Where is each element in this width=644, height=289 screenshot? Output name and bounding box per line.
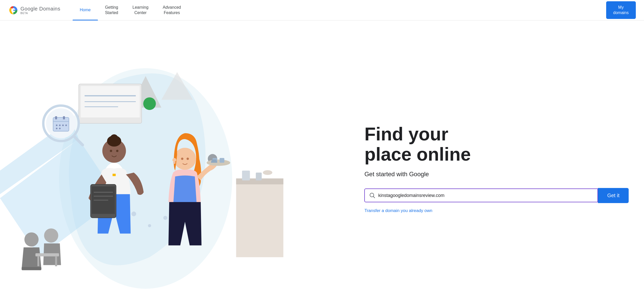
svg-point-34 xyxy=(110,134,118,142)
svg-rect-52 xyxy=(22,267,41,270)
svg-point-46 xyxy=(172,158,176,162)
hero-illustration xyxy=(0,20,354,289)
svg-rect-50 xyxy=(220,158,224,163)
domain-search-input[interactable] xyxy=(378,193,593,198)
logo-text: Google Domains BETA xyxy=(20,6,60,15)
svg-rect-56 xyxy=(55,257,57,266)
transfer-domain-link[interactable]: Transfer a domain you already own xyxy=(364,208,629,213)
google-logo-icon xyxy=(8,5,18,15)
search-box xyxy=(364,188,598,202)
svg-point-36 xyxy=(116,150,118,152)
content-area: Find yourplace online Get started with G… xyxy=(354,20,644,289)
main-nav: Home GettingStarted LearningCenter Advan… xyxy=(73,0,339,20)
search-icon xyxy=(369,193,375,198)
svg-point-44 xyxy=(181,158,183,160)
page-subheadline: Get started with Google xyxy=(364,171,629,178)
svg-rect-60 xyxy=(256,173,262,181)
logo-area[interactable]: Google Domains BETA xyxy=(8,5,60,15)
svg-point-21 xyxy=(62,125,64,126)
svg-point-48 xyxy=(207,160,230,166)
nav-item-advanced-features[interactable]: AdvancedFeatures xyxy=(156,0,188,20)
svg-point-61 xyxy=(263,170,272,175)
svg-point-43 xyxy=(174,148,196,170)
svg-rect-18 xyxy=(63,116,65,119)
svg-point-47 xyxy=(173,162,175,164)
svg-point-53 xyxy=(44,228,58,242)
svg-point-26 xyxy=(143,97,156,110)
svg-point-45 xyxy=(187,158,189,160)
svg-point-20 xyxy=(59,125,61,126)
header: Google Domains BETA Home GettingStarted … xyxy=(0,0,644,20)
page-headline: Find yourplace online xyxy=(364,124,629,164)
svg-line-63 xyxy=(374,197,375,198)
svg-rect-57 xyxy=(236,179,284,257)
svg-point-22 xyxy=(65,125,67,126)
svg-rect-54 xyxy=(36,253,59,256)
svg-rect-15 xyxy=(53,117,69,131)
nav-item-home[interactable]: Home xyxy=(73,0,98,20)
svg-point-23 xyxy=(56,128,58,129)
my-domains-button[interactable]: Mydomains xyxy=(606,1,636,19)
nav-item-learning-center[interactable]: LearningCenter xyxy=(125,0,155,20)
svg-point-24 xyxy=(59,128,61,129)
svg-rect-59 xyxy=(242,171,250,180)
svg-point-29 xyxy=(148,224,151,227)
svg-rect-55 xyxy=(37,257,39,266)
svg-rect-2 xyxy=(13,10,15,11)
search-row: Get it xyxy=(364,188,629,203)
svg-point-30 xyxy=(163,216,167,220)
svg-point-51 xyxy=(24,232,38,247)
svg-rect-37 xyxy=(112,174,116,176)
logo-name: Google Domains xyxy=(20,6,60,12)
svg-rect-17 xyxy=(55,116,57,119)
get-it-button[interactable]: Get it xyxy=(598,188,629,203)
logo-beta: BETA xyxy=(20,12,60,15)
illustration-area xyxy=(0,20,354,289)
nav-item-getting-started[interactable]: GettingStarted xyxy=(98,0,126,20)
svg-point-28 xyxy=(131,212,136,216)
svg-point-19 xyxy=(56,125,58,126)
main-content: Find yourplace online Get started with G… xyxy=(0,20,644,289)
svg-point-35 xyxy=(110,150,112,152)
